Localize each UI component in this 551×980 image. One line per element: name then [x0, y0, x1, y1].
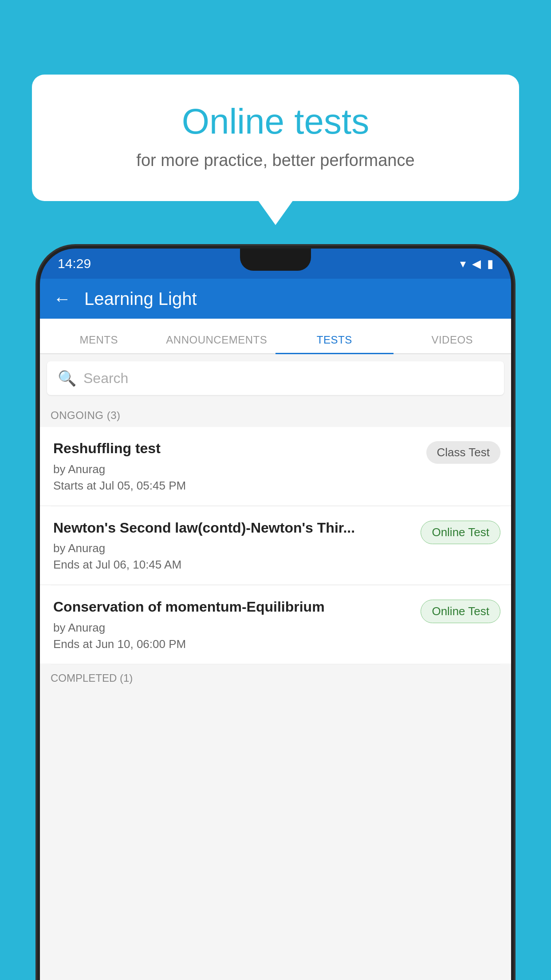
- status-bar: 14:29 ▾ ◀ ▮: [40, 249, 511, 279]
- test-title-1: Reshuffling test: [53, 439, 417, 458]
- section-completed: COMPLETED (1): [40, 665, 511, 688]
- test-item-left-3: Conservation of momentum-Equilibrium by …: [53, 598, 421, 651]
- tab-tests[interactable]: TESTS: [276, 334, 394, 353]
- section-ongoing: ONGOING (3): [40, 402, 511, 427]
- test-title-3: Conservation of momentum-Equilibrium: [53, 598, 412, 616]
- speech-bubble: Online tests for more practice, better p…: [32, 75, 519, 201]
- test-date-2: Ends at Jul 06, 10:45 AM: [53, 558, 412, 572]
- search-icon: 🔍: [58, 369, 76, 387]
- test-author-3: by Anurag: [53, 621, 412, 635]
- tab-ments[interactable]: MENTS: [40, 334, 158, 353]
- test-item-left-1: Reshuffling test by Anurag Starts at Jul…: [53, 439, 426, 493]
- status-time: 14:29: [58, 256, 91, 271]
- tab-bar: MENTS ANNOUNCEMENTS TESTS VIDEOS: [40, 319, 511, 354]
- tab-announcements[interactable]: ANNOUNCEMENTS: [158, 334, 276, 353]
- app-title: Learning Light: [84, 289, 197, 309]
- phone-frame: 14:29 ▾ ◀ ▮ ← Learning Light MENTS ANNOU…: [40, 249, 511, 980]
- content-area: 🔍 Search ONGOING (3) Reshuffling test by…: [40, 354, 511, 980]
- search-input-placeholder: Search: [83, 370, 128, 387]
- test-item-reshuffling[interactable]: Reshuffling test by Anurag Starts at Jul…: [40, 427, 511, 505]
- status-icons: ▾ ◀ ▮: [460, 257, 493, 271]
- test-title-2: Newton's Second law(contd)-Newton's Thir…: [53, 519, 412, 537]
- notch: [240, 249, 311, 271]
- battery-icon: ▮: [487, 257, 493, 271]
- test-author-1: by Anurag: [53, 462, 417, 476]
- bubble-subtitle: for more practice, better performance: [64, 151, 487, 170]
- badge-online-test-3: Online Test: [421, 600, 500, 623]
- badge-online-test-2: Online Test: [421, 521, 500, 544]
- test-date-1: Starts at Jul 05, 05:45 PM: [53, 479, 417, 493]
- tab-videos[interactable]: VIDEOS: [394, 334, 512, 353]
- test-author-2: by Anurag: [53, 541, 412, 555]
- app-header: ← Learning Light: [40, 279, 511, 319]
- badge-class-test-1: Class Test: [426, 441, 500, 464]
- bubble-title: Online tests: [64, 101, 487, 142]
- search-bar[interactable]: 🔍 Search: [47, 361, 504, 395]
- test-item-left-2: Newton's Second law(contd)-Newton's Thir…: [53, 519, 421, 572]
- signal-icon: ◀: [472, 257, 481, 271]
- test-item-newton[interactable]: Newton's Second law(contd)-Newton's Thir…: [40, 506, 511, 585]
- back-button[interactable]: ←: [53, 289, 71, 309]
- test-date-3: Ends at Jun 10, 06:00 PM: [53, 637, 412, 651]
- wifi-icon: ▾: [460, 257, 466, 271]
- test-item-conservation[interactable]: Conservation of momentum-Equilibrium by …: [40, 585, 511, 664]
